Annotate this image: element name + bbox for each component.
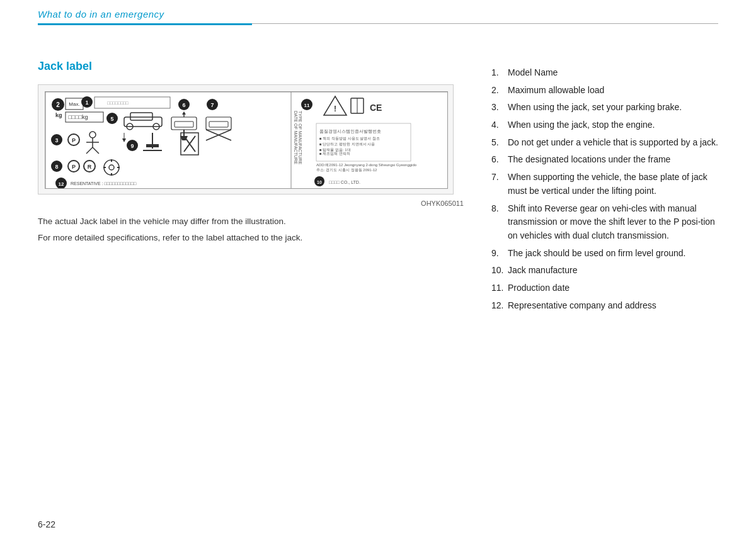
image-caption: OHYK065011 <box>38 200 466 207</box>
svg-text:P: P <box>72 137 76 144</box>
list-number: 6. <box>491 153 505 167</box>
list-content: The jack should be used on firm level gr… <box>508 247 718 261</box>
list-item: 7. When supporting the vehicle, the base… <box>491 171 718 198</box>
svg-text:■ 제조업체 연락처: ■ 제조업체 연락처 <box>319 152 350 155</box>
svg-text:7: 7 <box>210 102 214 108</box>
section-title: Jack label <box>38 60 466 73</box>
page-container: What to do in an emergency Jack label <box>0 0 756 542</box>
list-content: When using the jack, stop the engine. <box>508 118 718 132</box>
list-number: 3. <box>491 101 505 115</box>
list-number: 2. <box>491 84 505 98</box>
list-number: 11. <box>491 281 505 295</box>
header-gray-line <box>252 23 718 24</box>
svg-rect-0 <box>45 92 448 189</box>
svg-text:6: 6 <box>182 102 185 108</box>
svg-text:1: 1 <box>85 99 88 106</box>
numbered-list: 1. Model Name 2. Maximum allowable load … <box>491 66 718 312</box>
svg-text:주소: 경기도 시흥시 정왕동 2091-12: 주소: 경기도 시흥시 정왕동 2091-12 <box>316 168 377 172</box>
svg-text:10: 10 <box>317 180 322 184</box>
list-item: 8. Shift into Reverse gear on vehi-cles … <box>491 202 718 243</box>
list-content: Jack manufacture <box>508 264 718 278</box>
list-number: 5. <box>491 136 505 150</box>
list-item: 1. Model Name <box>491 66 718 80</box>
list-content: When supporting the vehicle, the base pl… <box>508 171 718 198</box>
header-title: What to do in an emergency <box>38 9 164 20</box>
list-number: 9. <box>491 247 505 261</box>
svg-text:DATE OF MANUFACTURE: DATE OF MANUFACTURE <box>294 111 298 164</box>
svg-text:8: 8 <box>55 164 58 170</box>
svg-text:2: 2 <box>56 101 60 108</box>
svg-text:CE: CE <box>370 103 382 113</box>
list-item: 3. When using the jack, set your parking… <box>491 101 718 115</box>
left-column: Jack label 2 kg Max. <box>38 60 466 316</box>
svg-text:kg: kg <box>55 112 62 118</box>
list-content: The designated locations under the frame <box>508 153 718 167</box>
description-line1: The actual Jack label in the vehicle may… <box>38 215 466 229</box>
svg-text:■ 잭의 작동방법 사용도 설명서 참조: ■ 잭의 작동방법 사용도 설명서 참조 <box>319 137 380 140</box>
svg-text:9: 9 <box>130 143 134 149</box>
svg-text:□□□□kg: □□□□kg <box>68 114 88 120</box>
list-item: 12. Representative company and address <box>491 299 718 313</box>
list-item: 10. Jack manufacture <box>491 264 718 278</box>
list-content: Do not get under a vehicle that is suppo… <box>508 136 718 150</box>
svg-text:□□□□□□□□: □□□□□□□□ <box>107 101 129 105</box>
svg-rect-47 <box>146 144 159 147</box>
main-content: Jack label 2 kg Max. <box>0 41 756 329</box>
footer: 6-22 <box>38 519 55 529</box>
list-content: When using the jack, set your parking br… <box>508 101 718 115</box>
list-item: 6. The designated locations under the fr… <box>491 153 718 167</box>
list-item: 11. Production date <box>491 281 718 295</box>
header-top-row: What to do in an emergency <box>38 9 718 20</box>
svg-text:Max.: Max. <box>69 101 79 107</box>
page-number: 6-22 <box>38 519 55 529</box>
svg-text:RESENTATIVE : □□□□□□□□□□□□: RESENTATIVE : □□□□□□□□□□□□ <box>71 181 137 186</box>
right-column: 1. Model Name 2. Maximum allowable load … <box>491 60 718 316</box>
list-number: 10. <box>491 264 505 278</box>
svg-text:P: P <box>72 164 76 170</box>
list-content: Shift into Reverse gear on vehi-cles wit… <box>508 202 718 243</box>
list-item: 2. Maximum allowable load <box>491 84 718 98</box>
header-wrapper: What to do in an emergency <box>0 0 756 25</box>
svg-text:5: 5 <box>110 116 113 122</box>
svg-text:ADD:예2091-12 Jeongnyang 2-dong: ADD:예2091-12 Jeongnyang 2-dong Siheungsi… <box>316 163 417 167</box>
svg-text:R: R <box>88 164 92 170</box>
list-content: Model Name <box>508 66 718 80</box>
svg-text:11: 11 <box>304 103 310 108</box>
header-blue-accent <box>38 23 252 25</box>
svg-text:3: 3 <box>55 137 58 144</box>
svg-text:TYPE OF MANUFACTURE: TYPE OF MANUFACTURE <box>298 111 302 165</box>
svg-text:■ 단단하고 평탄한 지면에서 사용: ■ 단단하고 평탄한 지면에서 사용 <box>319 142 375 146</box>
svg-text:12: 12 <box>59 181 64 187</box>
jack-diagram-svg: 2 kg Max. 1 □□□□□□□□ □□□□kg <box>45 91 448 189</box>
list-content: Maximum allowable load <box>508 84 718 98</box>
list-item: 5. Do not get under a vehicle that is su… <box>491 136 718 150</box>
list-number: 4. <box>491 118 505 132</box>
svg-text:품질경영시스템인증서발행번호: 품질경영시스템인증서발행번호 <box>319 129 381 134</box>
list-item: 4. When using the jack, stop the engine. <box>491 118 718 132</box>
description-line2: For more detailed specifications, refer … <box>38 231 466 245</box>
list-content: Production date <box>508 281 718 295</box>
list-number: 1. <box>491 66 505 80</box>
list-number: 7. <box>491 171 505 198</box>
list-item: 9. The jack should be used on firm level… <box>491 247 718 261</box>
list-number: 8. <box>491 202 505 243</box>
list-number: 12. <box>491 299 505 313</box>
list-content: Representative company and address <box>508 299 718 313</box>
jack-label-image: 2 kg Max. 1 □□□□□□□□ □□□□kg <box>38 84 454 195</box>
svg-text:□□□□  CO., LTD.: □□□□ CO., LTD. <box>329 180 360 184</box>
svg-text:!: ! <box>334 104 336 113</box>
